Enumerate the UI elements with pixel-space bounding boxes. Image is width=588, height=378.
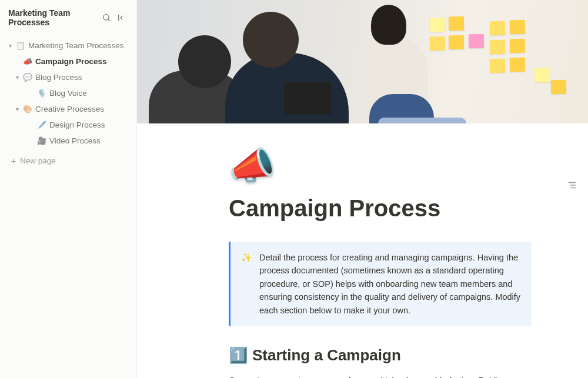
cover-image[interactable] [137,0,588,123]
sidebar-item-marketing-team-processes[interactable]: ▾📋Marketing Team Processes [0,38,136,53]
caret-icon[interactable]: ▾ [5,42,15,49]
workspace-title[interactable]: Marketing Team Processes [8,8,98,27]
sidebar-item-label: Blog Process [35,73,82,82]
sidebar-item-campaign-process[interactable]: 📣Campaign Process [0,53,136,69]
sparkles-icon: ✨ [241,251,252,317]
section-title: Starting a Campaign [252,346,401,364]
caret-icon[interactable]: ▾ [12,106,22,112]
sidebar: Marketing Team Processes ▾📋Marketing Tea… [0,0,137,378]
page-item-icon: 🎨 [22,105,33,113]
page-item-icon: 📋 [15,41,26,50]
caret-icon[interactable]: ▾ [12,74,22,81]
sidebar-item-label: Design Process [49,121,105,129]
sidebar-item-label: Campaign Process [35,57,107,66]
sidebar-item-label: Marketing Team Processes [28,41,124,50]
section-body[interactable]: Campaign requests can come from multiple… [229,374,532,378]
svg-line-1 [108,19,110,21]
sidebar-header: Marketing Team Processes [0,7,136,33]
plus-icon: + [8,156,19,166]
page-tree: ▾📋Marketing Team Processes📣Campaign Proc… [0,33,136,149]
page-title[interactable]: Campaign Process [229,195,532,222]
page-item-icon: 🖊️ [36,121,47,129]
search-icon[interactable] [100,11,113,24]
table-of-contents-icon[interactable] [567,180,577,190]
page-icon[interactable]: 📣 [229,147,276,185]
callout-text: Detail the process for creating and mana… [259,251,522,317]
new-page-label: New page [20,156,56,165]
collapse-sidebar-icon[interactable] [115,11,128,24]
callout-block[interactable]: ✨ Detail the process for creating and ma… [229,242,532,326]
sidebar-item-label: Blog Voice [49,89,87,98]
body-text: Campaign requests can come from multiple… [229,375,527,378]
page-item-icon: 🎙️ [36,89,47,98]
sidebar-item-blog-process[interactable]: ▾💬Blog Process [0,69,136,85]
sidebar-item-label: Creative Processes [35,105,104,113]
section-heading-starting-campaign[interactable]: 1️⃣ Starting a Campaign [229,346,532,364]
page-item-icon: 🎥 [36,136,47,145]
page-item-icon: 📣 [22,57,33,66]
new-page-button[interactable]: + New page [0,152,136,169]
keycap-one-icon: 1️⃣ [229,346,248,364]
svg-point-0 [103,15,109,20]
main-content: 📣 Campaign Process ✨ Detail the process … [137,0,588,378]
sidebar-item-blog-voice[interactable]: 🎙️Blog Voice [0,85,136,101]
sidebar-item-label: Video Process [49,136,101,145]
sidebar-item-video-process[interactable]: 🎥Video Process [0,133,136,149]
page-content: 📣 Campaign Process ✨ Detail the process … [137,123,588,378]
sidebar-item-design-process[interactable]: 🖊️Design Process [0,117,136,133]
sidebar-item-creative-processes[interactable]: ▾🎨Creative Processes [0,101,136,117]
page-item-icon: 💬 [22,73,33,82]
